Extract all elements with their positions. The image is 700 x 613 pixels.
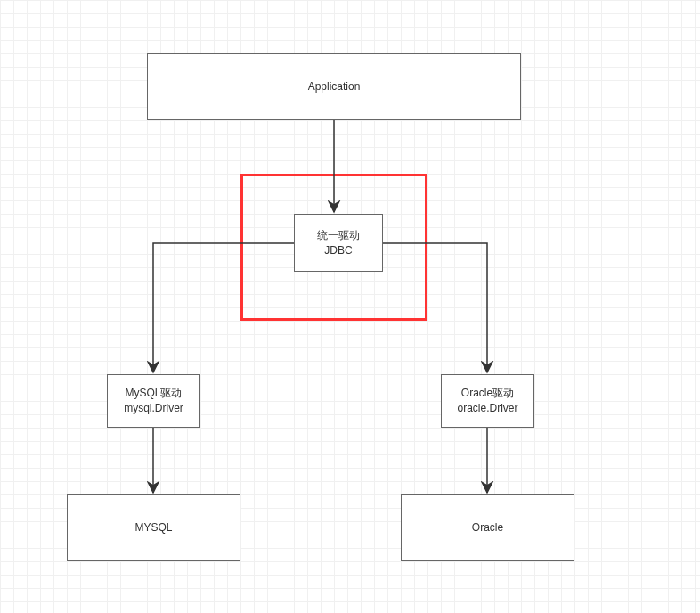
node-oracle-driver: Oracle驱动 oracle.Driver (441, 374, 534, 428)
node-mysql-driver-line1: MySQL驱动 (125, 386, 182, 401)
node-mysql-driver-line2: mysql.Driver (124, 401, 183, 416)
node-mysql: MYSQL (67, 494, 240, 561)
node-oracle-label: Oracle (472, 520, 503, 535)
node-mysql-driver: MySQL驱动 mysql.Driver (107, 374, 200, 428)
node-oracle-driver-line2: oracle.Driver (457, 401, 517, 416)
node-jdbc-line1: 统一驱动 (317, 228, 360, 243)
node-application-label: Application (308, 79, 361, 94)
node-jdbc: 统一驱动 JDBC (294, 214, 383, 272)
node-mysql-label: MYSQL (134, 520, 172, 535)
node-oracle: Oracle (401, 494, 574, 561)
node-oracle-driver-line1: Oracle驱动 (461, 386, 514, 401)
node-application: Application (147, 53, 521, 120)
node-jdbc-line2: JDBC (324, 243, 352, 258)
